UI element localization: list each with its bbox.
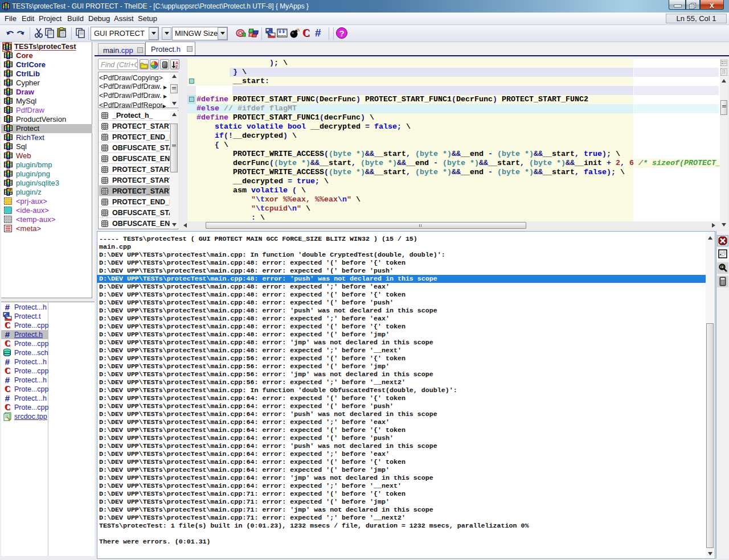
svg-text:Z: Z	[175, 65, 178, 69]
svg-text:A: A	[175, 61, 178, 65]
svg-text:F: F	[10, 188, 12, 192]
